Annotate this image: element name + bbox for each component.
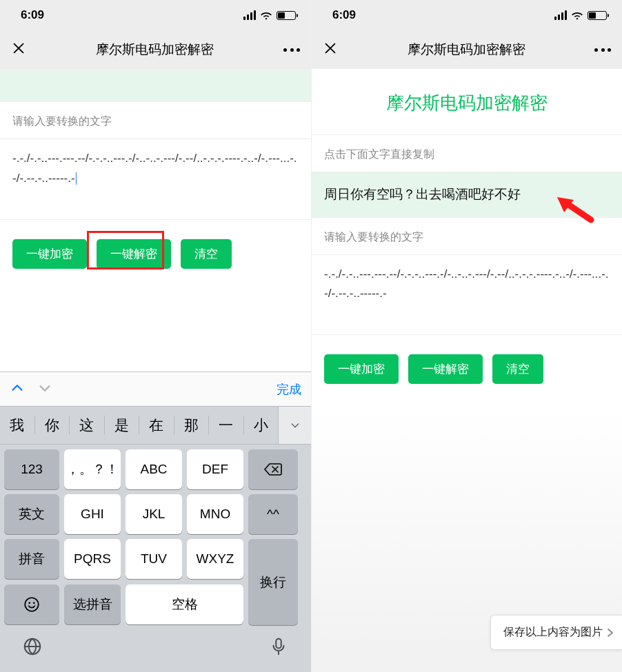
status-bar: 6:09 (312, 0, 622, 30)
phone-left: 6:09 摩尔斯电码加密解密 请输入要转换的文字 -.-./-.-..---.-… (0, 0, 311, 672)
key-pinyin[interactable]: 拼音 (4, 539, 59, 579)
svg-point-0 (25, 598, 39, 611)
encrypt-button[interactable]: 一键加密 (12, 239, 87, 269)
chevron-right-icon (607, 628, 614, 638)
result-empty (0, 69, 311, 102)
save-as-image-button[interactable]: 保存以上内容为图片 (490, 615, 622, 650)
emoji-icon (23, 595, 41, 613)
signal-icon (243, 10, 256, 20)
morse-text: -.-./-.-..---.---.--/-.-.-..---.-/-..-..… (12, 152, 297, 185)
morse-text: -.-./-.-..---.---.--/-.-.-..---.-/-..-..… (324, 267, 609, 301)
input-placeholder-label: 请输入要转换的文字 (312, 218, 622, 255)
clear-button[interactable]: 清空 (181, 239, 232, 269)
close-icon[interactable] (11, 41, 26, 59)
expand-suggestions-icon[interactable] (278, 407, 311, 444)
clear-button[interactable]: 清空 (492, 354, 543, 384)
input-placeholder-label: 请输入要转换的文字 (0, 102, 311, 139)
keyboard-suggestions: 我 你 这 是 在 那 一 小 (0, 406, 311, 445)
svg-point-2 (33, 602, 35, 604)
sugg-4[interactable]: 在 (139, 416, 174, 435)
key-def[interactable]: DEF (187, 449, 243, 489)
key-space[interactable]: 空格 (126, 584, 243, 624)
svg-rect-4 (276, 639, 281, 649)
highlight-box (87, 231, 164, 269)
result-text-value: 周日你有空吗？出去喝酒吧好不好 (324, 187, 521, 201)
sugg-2[interactable]: 这 (70, 416, 104, 435)
status-icons (243, 10, 296, 20)
sugg-7[interactable]: 小 (244, 416, 279, 435)
keyboard-done-button[interactable]: 完成 (277, 381, 301, 398)
encrypt-button[interactable]: 一键加密 (324, 354, 399, 384)
globe-icon[interactable] (22, 636, 43, 660)
key-return[interactable]: 换行 (248, 539, 298, 625)
status-icons (554, 10, 607, 20)
nav-bar: 摩尔斯电码加密解密 (0, 30, 311, 69)
sugg-5[interactable]: 那 (174, 416, 209, 435)
next-field-icon[interactable] (37, 380, 52, 398)
close-icon[interactable] (323, 41, 338, 59)
nav-title: 摩尔斯电码加密解密 (26, 41, 283, 59)
morse-textarea[interactable]: -.-./-.-..---.---.--/-.-.-..---.-/-..-..… (312, 255, 622, 336)
key-pqrs[interactable]: PQRS (64, 539, 121, 579)
more-icon[interactable] (594, 48, 611, 52)
status-time: 6:09 (21, 8, 44, 22)
nav-title: 摩尔斯电码加密解密 (338, 41, 594, 59)
key-punct[interactable]: ，。？！ (64, 449, 121, 489)
key-jkl[interactable]: JKL (126, 494, 182, 534)
page-title: 摩尔斯电码加密解密 (312, 69, 622, 135)
signal-icon (554, 10, 567, 20)
mic-icon[interactable] (268, 636, 289, 660)
key-caret[interactable]: ^^ (248, 494, 298, 534)
key-mno[interactable]: MNO (187, 494, 243, 534)
sugg-6[interactable]: 一 (209, 416, 243, 435)
result-text[interactable]: 周日你有空吗？出去喝酒吧好不好 (312, 172, 622, 218)
wifi-icon (260, 11, 272, 20)
key-select-pinyin[interactable]: 选拼音 (64, 584, 121, 624)
sugg-3[interactable]: 是 (105, 416, 139, 435)
keyboard: 我 你 这 是 在 那 一 小 123 ，。？！ ABC DEF 英文 GHI (0, 406, 311, 672)
sugg-1[interactable]: 你 (35, 416, 70, 435)
svg-point-1 (28, 602, 30, 604)
battery-icon (277, 11, 296, 20)
nav-bar: 摩尔斯电码加密解密 (312, 30, 622, 69)
phone-right: 6:09 摩尔斯电码加密解密 摩尔斯电码加密解密 点击下面文字直接复制 周日你有… (311, 0, 622, 672)
sugg-0[interactable]: 我 (0, 416, 34, 435)
key-delete[interactable] (248, 449, 298, 489)
key-emoji[interactable] (4, 584, 59, 624)
copy-hint: 点击下面文字直接复制 (312, 135, 622, 172)
morse-textarea[interactable]: -.-./-.-..---.---.--/-.-.-..---.-/-..-..… (0, 139, 311, 220)
wifi-icon (571, 11, 583, 20)
key-wxyz[interactable]: WXYZ (187, 539, 243, 579)
key-abc[interactable]: ABC (126, 449, 182, 489)
key-123[interactable]: 123 (4, 449, 59, 489)
status-time: 6:09 (332, 8, 356, 22)
key-tuv[interactable]: TUV (126, 539, 182, 579)
save-label: 保存以上内容为图片 (503, 625, 603, 640)
keyboard-accessory: 完成 (0, 371, 311, 406)
decrypt-button[interactable]: 一键解密 (408, 354, 483, 384)
battery-icon (588, 11, 607, 20)
prev-field-icon[interactable] (10, 380, 25, 398)
status-bar: 6:09 (0, 0, 311, 30)
more-icon[interactable] (283, 48, 300, 52)
key-ghi[interactable]: GHI (64, 494, 121, 534)
key-en[interactable]: 英文 (4, 494, 59, 534)
text-cursor (76, 172, 77, 185)
delete-icon (263, 462, 283, 476)
